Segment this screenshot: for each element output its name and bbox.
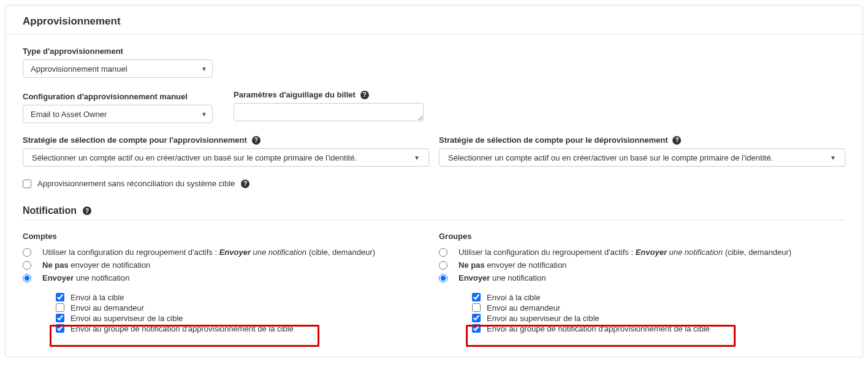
radio-label-use-config-groups: Utiliser la configuration du regroupemen… xyxy=(459,247,791,258)
checkbox-requester-groups[interactable] xyxy=(472,303,481,312)
row-config-ticket: Configuration d'approvisionnement manuel… xyxy=(23,90,845,123)
label-strategy-deprov-text: Stratégie de sélection de compte pour le… xyxy=(439,135,668,145)
notification-columns: Comptes Utiliser la configuration du reg… xyxy=(23,232,845,342)
select-config-wrap: Email to Asset Owner ▼ xyxy=(23,105,213,123)
column-groups: Groupes Utiliser la configuration du reg… xyxy=(439,232,845,342)
radio-send-accounts[interactable] xyxy=(23,274,31,282)
radio-use-config-accounts[interactable] xyxy=(23,248,31,257)
groups-sub-checks: Envoi à la cible Envoi au demandeur Envo… xyxy=(472,293,845,342)
field-type: Type d'approvisionnement Approvisionneme… xyxy=(23,47,213,78)
radio-label-dont-send-accounts: Ne pas envoyer de notification xyxy=(42,260,150,271)
check-row-supervisor-accounts: Envoi au superviseur de la cible xyxy=(56,314,429,323)
check-row-target-groups: Envoi à la cible xyxy=(472,293,845,302)
panel-header: Approvisionnement xyxy=(6,6,862,34)
label-strategy-prov: Stratégie de sélection de compte pour l'… xyxy=(23,135,429,145)
field-ticket-params: Paramètres d'aiguillage du billet ? xyxy=(234,90,424,123)
checkbox-requester-accounts[interactable] xyxy=(56,303,64,312)
provisioning-panel: Approvisionnement Type d'approvisionneme… xyxy=(5,5,863,357)
label-strategy-deprov: Stratégie de sélection de compte pour le… xyxy=(439,135,845,145)
label-ticket-params: Paramètres d'aiguillage du billet ? xyxy=(234,90,424,99)
row-strategies: Stratégie de sélection de compte pour l'… xyxy=(23,135,845,167)
label-config: Configuration d'approvisionnement manuel xyxy=(23,92,213,101)
select-config[interactable]: Email to Asset Owner xyxy=(23,105,213,123)
checkbox-no-reconcile[interactable] xyxy=(23,180,31,188)
radio-label-use-config-accounts: Utiliser la configuration du regroupemen… xyxy=(42,247,375,258)
radio-dont-send-accounts[interactable] xyxy=(23,261,31,270)
label-requester-groups[interactable]: Envoi au demandeur xyxy=(487,303,560,312)
panel-body: Type d'approvisionnement Approvisionneme… xyxy=(6,34,862,357)
label-supervisor-accounts[interactable]: Envoi au superviseur de la cible xyxy=(70,314,183,323)
radio-label-dont-send-groups: Ne pas envoyer de notification xyxy=(459,260,566,271)
label-ticket-params-text: Paramètres d'aiguillage du billet xyxy=(234,90,356,99)
checkbox-prov-group-groups[interactable] xyxy=(472,324,481,333)
divider xyxy=(23,220,845,221)
field-strategy-deprov: Stratégie de sélection de compte pour le… xyxy=(439,135,845,167)
radio-row-send-accounts: Envoyer une notification xyxy=(23,273,429,284)
checkbox-prov-group-accounts[interactable] xyxy=(56,324,64,333)
field-config: Configuration d'approvisionnement manuel… xyxy=(23,92,213,123)
label-target-accounts[interactable]: Envoi à la cible xyxy=(70,293,124,302)
radio-row-dont-send-accounts: Ne pas envoyer de notification xyxy=(23,260,429,271)
column-accounts: Comptes Utiliser la configuration du reg… xyxy=(23,232,429,342)
checkbox-supervisor-accounts[interactable] xyxy=(56,314,64,322)
chevron-down-icon: ▼ xyxy=(830,154,836,161)
check-row-requester-groups: Envoi au demandeur xyxy=(472,303,845,312)
select-type-wrap: Approvisionnement manuel ▼ xyxy=(23,59,213,78)
checkbox-target-accounts[interactable] xyxy=(56,293,64,301)
check-row-prov-group-accounts: Envoi au groupe de notification d'approv… xyxy=(56,324,429,333)
notification-heading: Notification xyxy=(23,205,77,216)
radio-row-use-config-groups: Utiliser la configuration du regroupemen… xyxy=(439,247,845,258)
help-icon[interactable]: ? xyxy=(252,136,261,145)
dropdown-strategy-prov[interactable]: Sélectionner un compte actif ou en créer… xyxy=(23,148,429,167)
radio-dont-send-groups[interactable] xyxy=(439,261,447,270)
checkbox-supervisor-groups[interactable] xyxy=(472,314,481,322)
dropdown-strategy-deprov[interactable]: Sélectionner un compte actif ou en créer… xyxy=(439,148,845,167)
help-icon[interactable]: ? xyxy=(360,91,369,99)
radio-send-groups[interactable] xyxy=(439,274,447,282)
textarea-ticket-params[interactable] xyxy=(234,103,424,121)
row-type: Type d'approvisionnement Approvisionneme… xyxy=(23,47,845,78)
label-supervisor-groups[interactable]: Envoi au superviseur de la cible xyxy=(487,314,600,323)
help-icon[interactable]: ? xyxy=(241,180,249,188)
check-row-target-accounts: Envoi à la cible xyxy=(56,293,429,302)
label-strategy-prov-text: Stratégie de sélection de compte pour l'… xyxy=(23,135,247,145)
checkbox-target-groups[interactable] xyxy=(472,293,481,301)
accounts-title: Comptes xyxy=(23,232,429,241)
dropdown-strategy-deprov-value: Sélectionner un compte actif ou en créer… xyxy=(448,153,773,162)
label-type: Type d'approvisionnement xyxy=(23,47,213,56)
radio-label-send-accounts: Envoyer une notification xyxy=(42,273,129,284)
chevron-down-icon: ▼ xyxy=(414,154,420,161)
radio-label-send-groups: Envoyer une notification xyxy=(459,273,546,284)
checkbox-no-reconcile-row: Approvisionnement sans réconciliation du… xyxy=(23,179,845,188)
radio-row-use-config-accounts: Utiliser la configuration du regroupemen… xyxy=(23,247,429,258)
check-row-prov-group-groups: Envoi au groupe de notification d'approv… xyxy=(472,324,845,333)
label-prov-group-accounts[interactable]: Envoi au groupe de notification d'approv… xyxy=(70,324,294,333)
groups-title: Groupes xyxy=(439,232,845,241)
label-prov-group-groups[interactable]: Envoi au groupe de notification d'approv… xyxy=(487,324,710,333)
dropdown-strategy-prov-value: Sélectionner un compte actif ou en créer… xyxy=(32,153,357,162)
select-type[interactable]: Approvisionnement manuel xyxy=(23,59,213,78)
help-icon[interactable]: ? xyxy=(672,136,681,145)
provisioning-heading: Approvisionnement xyxy=(23,15,845,28)
radio-use-config-groups[interactable] xyxy=(439,248,447,257)
label-no-reconcile[interactable]: Approvisionnement sans réconciliation du… xyxy=(37,179,235,188)
label-target-groups[interactable]: Envoi à la cible xyxy=(487,293,540,302)
field-strategy-prov: Stratégie de sélection de compte pour l'… xyxy=(23,135,429,167)
label-requester-accounts[interactable]: Envoi au demandeur xyxy=(70,303,144,312)
check-row-requester-accounts: Envoi au demandeur xyxy=(56,303,429,312)
radio-row-send-groups: Envoyer une notification xyxy=(439,273,845,284)
accounts-sub-checks: Envoi à la cible Envoi au demandeur Envo… xyxy=(56,293,429,342)
help-icon[interactable]: ? xyxy=(83,206,91,215)
radio-row-dont-send-groups: Ne pas envoyer de notification xyxy=(439,260,845,271)
check-row-supervisor-groups: Envoi au superviseur de la cible xyxy=(472,314,845,323)
notification-heading-row: Notification ? xyxy=(23,205,845,216)
